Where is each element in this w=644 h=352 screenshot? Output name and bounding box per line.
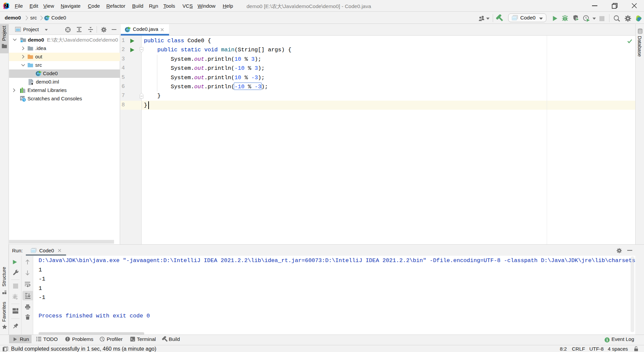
svg-text:1: 1 [606, 338, 608, 342]
